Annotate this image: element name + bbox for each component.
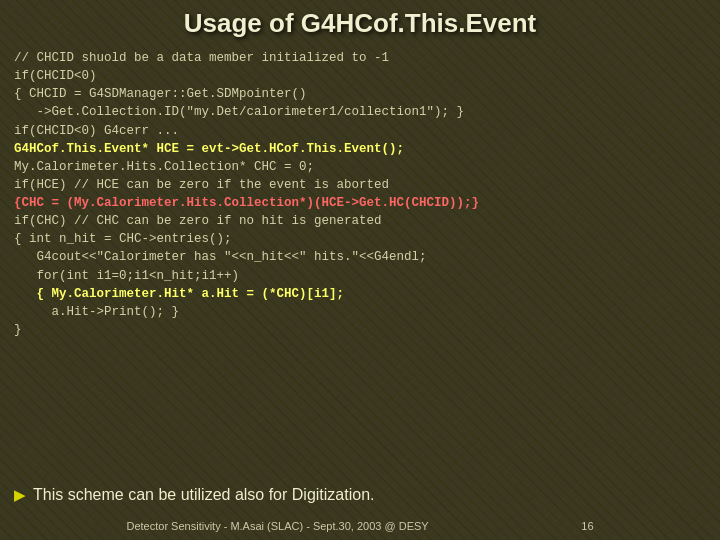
- code-line-9: {CHC = (My.Calorimeter.Hits.Collection*)…: [14, 194, 706, 212]
- code-line-13: for(int i1=0;i1<n_hit;i1++): [14, 267, 706, 285]
- footer-text: Detector Sensitivity - M.Asai (SLAC) - S…: [126, 520, 428, 532]
- code-line-10: if(CHC) // CHC can be zero if no hit is …: [14, 212, 706, 230]
- code-line-4: ->Get.Collection.ID("my.Det/calorimeter1…: [14, 103, 706, 121]
- footer-area: ▶ This scheme can be utilized also for D…: [14, 486, 706, 510]
- code-line-16: }: [14, 321, 706, 339]
- code-block: // CHCID shuold be a data member initial…: [14, 49, 706, 339]
- code-line-5: if(CHCID<0) G4cerr ...: [14, 122, 706, 140]
- code-line-15: a.Hit->Print(); }: [14, 303, 706, 321]
- code-line-2: if(CHCID<0): [14, 67, 706, 85]
- code-line-8: if(HCE) // HCE can be zero if the event …: [14, 176, 706, 194]
- slide-number: 16: [581, 520, 593, 532]
- bullet-icon: ▶: [14, 487, 25, 503]
- bullet-item: ▶ This scheme can be utilized also for D…: [14, 486, 706, 504]
- code-line-11: { int n_hit = CHC->entries();: [14, 230, 706, 248]
- slide-footer: Detector Sensitivity - M.Asai (SLAC) - S…: [0, 520, 720, 532]
- code-line-12: G4cout<<"Calorimeter has "<<n_hit<<" hit…: [14, 248, 706, 266]
- code-line-3: { CHCID = G4SDManager::Get.SDMpointer(): [14, 85, 706, 103]
- slide-content: Usage of G4HCof.This.Event // CHCID shuo…: [0, 0, 720, 343]
- code-line-14: { My.Calorimeter.Hit* a.Hit = (*CHC)[i1]…: [14, 285, 706, 303]
- code-line-6: G4HCof.This.Event* HCE = evt->Get.HCof.T…: [14, 140, 706, 158]
- code-line-1: // CHCID shuold be a data member initial…: [14, 49, 706, 67]
- code-line-7: My.Calorimeter.Hits.Collection* CHC = 0;: [14, 158, 706, 176]
- slide-title: Usage of G4HCof.This.Event: [14, 8, 706, 39]
- bullet-text: This scheme can be utilized also for Dig…: [33, 486, 375, 504]
